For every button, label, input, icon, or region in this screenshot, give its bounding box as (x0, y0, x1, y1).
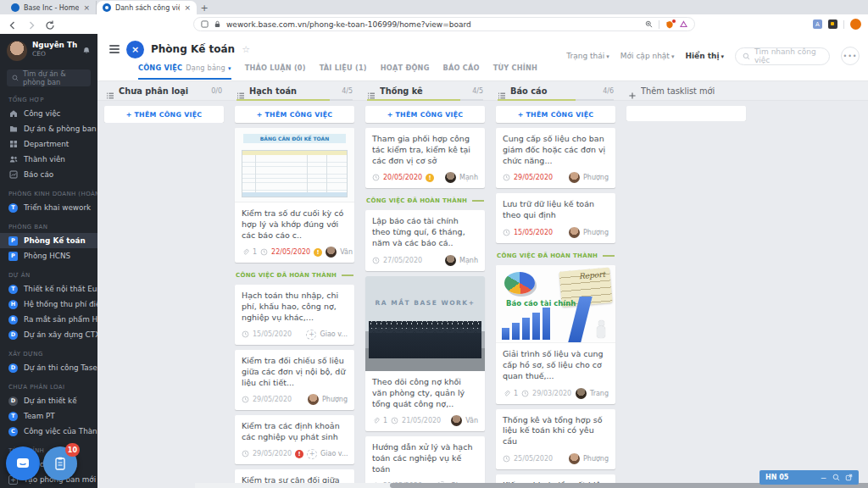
due-date: 25/05/2020 (514, 455, 553, 463)
paperclip-icon (242, 248, 249, 256)
browser-extensions-area: A (813, 14, 861, 34)
sidebar-item-phong-hcns[interactable]: P Phòng HCNS (0, 248, 97, 263)
hn-overlay-widget[interactable]: HN 05 − (760, 470, 859, 485)
bell-icon[interactable] (82, 42, 91, 51)
more-options-button[interactable]: ••• (841, 47, 860, 65)
sidebar-item-team-pt[interactable]: T Team PT (0, 408, 97, 424)
chat-support-button[interactable] (6, 446, 40, 480)
zoom-icon[interactable] (645, 20, 653, 28)
chart-icon (8, 170, 18, 180)
tab-hoat-dong[interactable]: HOẠT ĐỘNG (381, 64, 430, 80)
filter-moi-cap-nhat[interactable]: Mới cập nhật▾ (620, 52, 675, 60)
user-name: Nguyễn Thị Thành (32, 41, 77, 49)
sheet-grid (242, 150, 348, 197)
add-task-button[interactable]: + THÊM CÔNG VIỆC (365, 106, 485, 123)
assign-user-icon[interactable]: + (306, 330, 316, 340)
task-card[interactable]: Lưu trữ dữ liệu kế toán theo qui định 15… (496, 193, 615, 243)
shield-extension-icon[interactable] (665, 20, 674, 29)
filter-hien-thi[interactable]: Hiển thị▾ (685, 52, 724, 60)
priority-icon: ! (426, 174, 434, 182)
new-tab-button[interactable]: + (197, 1, 212, 14)
tab-cong-viec[interactable]: CÔNG VIỆCDạng bảng ▾ (138, 64, 231, 80)
browser-tab-task-list[interactable]: Danh sách công việc - Phòng K × (97, 1, 197, 14)
quick-search-input[interactable]: Tìm nhanh công việc (735, 47, 830, 65)
paperclip-icon (503, 390, 510, 397)
sidebar-item-thanh-vien[interactable]: Thành viên (0, 152, 97, 167)
tab-thao-luan[interactable]: THẢO LUẬN (0) (245, 64, 306, 80)
column-add-tasklist: Thêm tasklist mới (624, 81, 748, 488)
sidebar-item-bao-cao[interactable]: Báo cáo (0, 167, 97, 182)
task-card[interactable]: BẢNG CÂN ĐỐI KẾ TOÁN Kiểm tra số dư cuối… (235, 128, 354, 263)
add-task-button[interactable]: + THÊM CÔNG VIỆC (104, 106, 224, 123)
filter-trang-thai[interactable]: Trạng thái▾ (566, 52, 609, 60)
task-card[interactable]: Kiểm tra đối chiếu số liệu giữa các đơn … (235, 350, 354, 410)
close-icon[interactable]: × (83, 3, 90, 12)
tasks-widget-button[interactable]: 10 (43, 446, 77, 480)
task-card[interactable]: Thống kê và tổng hợp số liệu kế toán khi… (496, 409, 615, 469)
sidebar-item-du-an-phong-ban[interactable]: Dự án & phòng ban (0, 121, 97, 136)
sidebar-item-trien-khai-wework[interactable]: T Triển khai wework (0, 200, 97, 215)
task-card[interactable]: Kiểm tra các định khoản các nghiệp vụ ph… (235, 415, 354, 464)
forward-icon[interactable] (25, 19, 37, 30)
star-icon[interactable]: ☆ (242, 44, 250, 55)
open-external-icon[interactable] (845, 474, 853, 481)
task-card[interactable]: Hạch toán thu nhập, chi phí, khấu hao, c… (235, 285, 354, 344)
sidebar-item-taseco-land[interactable]: D Dự án thi công Taseco Land (0, 360, 97, 375)
sidebar-section-label: XÂY DỰNG (0, 342, 97, 360)
progress-bar (367, 99, 483, 101)
minimize-icon[interactable]: − (820, 474, 827, 481)
sidebar-item-he-thong-thu-phi[interactable]: H Hệ thống thu phí điện tử (0, 297, 97, 312)
menu-icon[interactable] (109, 45, 120, 53)
sidebar-item-department[interactable]: Department (0, 136, 97, 152)
extension-icon[interactable] (828, 19, 837, 29)
task-card[interactable]: Hướng dẫn xử lý và hạch toán các nghiệp … (365, 436, 485, 488)
sidebar-section-label: DỰ ÁN (0, 263, 97, 281)
new-tasklist-input[interactable] (626, 106, 746, 121)
tab-bao-cao[interactable]: BÁO CÁO (443, 64, 480, 80)
browser-profile-avatar[interactable] (850, 19, 861, 30)
sidebar-item-cong-viec[interactable]: Công việc (0, 106, 97, 121)
task-card[interactable]: RA MẮT BASE WORK+ Theo dõi công nợ khối … (365, 276, 485, 431)
sidebar-section-label: CHƯA PHÂN LOẠI (0, 375, 97, 393)
add-tasklist-button[interactable]: Thêm tasklist mới (624, 81, 748, 101)
quick-search-placeholder: Tìm nhanh công việc (754, 47, 822, 64)
sidebar-item-du-an-thiet-ke[interactable]: D Dự án thiết kế (0, 393, 97, 408)
sidebar-item-phong-ke-toan[interactable]: P Phòng Kế toán (0, 233, 97, 248)
add-task-button[interactable]: + THÊM CÔNG VIỆC (235, 106, 354, 123)
translate-icon[interactable]: A (813, 19, 822, 29)
sidebar-search-placeholder: Tìm dự án & phòng ban (23, 69, 86, 86)
sidebar-item-du-an-ctx-gantt[interactable]: D Dự án xây dựng CTX gantt v... (0, 327, 97, 342)
column-header[interactable]: Thống kê 4/5 (363, 81, 487, 101)
project-badge: D (8, 363, 18, 373)
column-header[interactable]: Hạch toán 4/5 (232, 81, 357, 101)
progress-bar (236, 99, 353, 101)
close-icon[interactable]: × (184, 3, 191, 12)
project-tabs: CÔNG VIỆCDạng bảng ▾ THẢO LUẬN (0) TÀI L… (138, 64, 868, 80)
search-icon[interactable] (832, 474, 840, 481)
user-profile[interactable]: Nguyễn Thị Thành CEO (0, 38, 97, 64)
column-header[interactable]: Báo cáo 4/6 (493, 81, 618, 101)
column-header[interactable]: Chưa phân loại 0/0 (102, 81, 226, 101)
done-section-header: CÔNG VIỆC ĐÃ HOÀN THÀNH (236, 272, 353, 279)
project-badge: D (8, 396, 18, 406)
sidebar-item-thiet-ke-noi-that[interactable]: T Thiết kế nội thất EuroTop (0, 281, 97, 297)
sidebar-item-cong-viec-cua-thanh[interactable]: C Công việc của Thành (0, 424, 97, 439)
assign-user-icon[interactable]: + (307, 449, 317, 459)
browser-navbar: wework.base.com.vn/phong-ke-toan-106999/… (0, 14, 868, 34)
add-task-button[interactable]: + THÊM CÔNG VIỆC (496, 106, 615, 123)
task-card[interactable]: Report Báo cáo tài chính Giải trình số l… (496, 265, 615, 403)
reload-icon[interactable] (44, 19, 56, 30)
browser-tab-base-home[interactable]: Base Inc - Home × (5, 1, 97, 14)
back-icon[interactable] (7, 19, 19, 30)
side-panel-icon[interactable] (201, 20, 209, 28)
tab-tuy-chinh[interactable]: TÙY CHỈNH (493, 64, 537, 80)
task-card[interactable]: Cung cấp số liệu cho ban giám đốc hoặc c… (496, 128, 615, 188)
column-bao-cao: Báo cáo 4/6 + THÊM CÔNG VIỆC Cung cấp số… (493, 81, 618, 488)
sidebar-search-input[interactable]: Tìm dự án & phòng ban (7, 69, 91, 86)
tab-tai-lieu[interactable]: TÀI LIỆU (1) (320, 64, 367, 80)
sidebar-item-ra-mat-hrm[interactable]: R Ra mắt sản phẩm HRM (0, 312, 97, 327)
task-card[interactable]: Lập báo cáo tài chính theo từng quí, 6 t… (365, 210, 485, 270)
task-card[interactable]: Tham gia phối hợp công tác kiểm tra, kiể… (365, 128, 485, 188)
triangle-extension-icon[interactable] (680, 20, 687, 28)
url-bar[interactable]: wework.base.com.vn/phong-ke-toan-106999/… (193, 17, 695, 31)
